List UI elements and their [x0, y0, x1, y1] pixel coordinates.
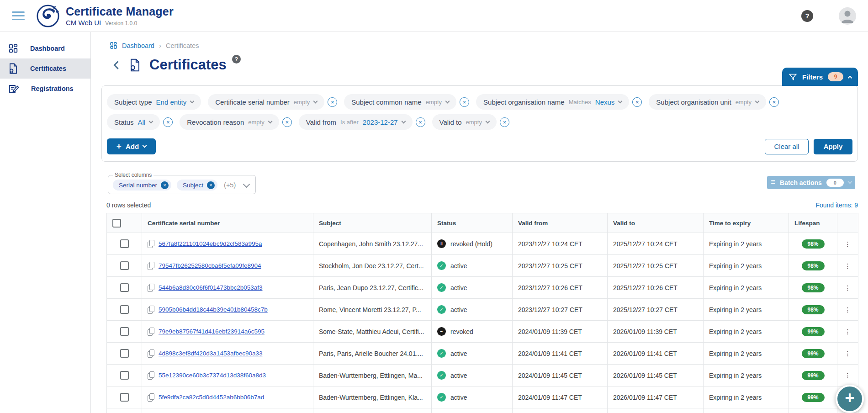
- row-select-cell: [107, 233, 142, 255]
- row-checkbox[interactable]: [120, 393, 129, 402]
- filter-chip[interactable]: Certificate serial number empty: [208, 94, 324, 110]
- certificates-table: Certificate serial number Subject Status…: [106, 213, 858, 413]
- subject-cell: Baden-Wurttemberg, Ettlingen, Kla...: [313, 387, 432, 408]
- copy-icon[interactable]: [148, 240, 154, 248]
- kebab-menu-icon[interactable]: ⋮: [845, 372, 851, 379]
- certificate-serial-link[interactable]: 4d898c3ef8df420d3a1453afbec90a33: [159, 350, 262, 357]
- chevron-down-icon[interactable]: [618, 99, 623, 103]
- row-checkbox[interactable]: [120, 371, 129, 380]
- column-header-status: Status: [432, 213, 513, 233]
- filter-chip[interactable]: Revocation reason empty: [180, 114, 279, 130]
- filter-clear-icon[interactable]: ×: [460, 97, 469, 107]
- chevron-down-icon[interactable]: [190, 99, 195, 103]
- sidebar-item-dashboard[interactable]: Dashboard: [0, 38, 90, 58]
- row-actions-cell: ⋮: [837, 233, 858, 255]
- row-checkbox[interactable]: [120, 283, 129, 292]
- valid-to-cell: 2025/12/27 10:25 CET: [608, 255, 704, 277]
- row-checkbox[interactable]: [120, 239, 129, 248]
- copy-icon[interactable]: [148, 349, 154, 357]
- sidebar-item-registrations[interactable]: Registrations: [0, 79, 90, 99]
- apply-button[interactable]: Apply: [814, 139, 852, 154]
- certificate-serial-link[interactable]: 5fe9dfa2ca82c5d0d4452ab6bb06b7ad: [159, 394, 264, 401]
- row-checkbox[interactable]: [120, 327, 129, 336]
- status-text: active: [450, 284, 467, 291]
- breadcrumb-current: Certificates: [166, 42, 199, 49]
- time-to-expiry-cell: Expiring in 2 years: [704, 299, 789, 321]
- filters-toggle-label: Filters: [802, 73, 823, 81]
- status-cell: ✓ active: [432, 387, 513, 408]
- breadcrumb-dashboard-link[interactable]: Dashboard: [122, 42, 154, 49]
- kebab-menu-icon[interactable]: ⋮: [845, 240, 851, 248]
- filter-chip[interactable]: Valid from Is after 2023-12-27: [299, 114, 413, 130]
- copy-icon[interactable]: [148, 284, 154, 291]
- filter-chip[interactable]: Status All: [107, 114, 160, 130]
- row-select-cell: [107, 387, 142, 408]
- add-button[interactable]: + Add: [107, 138, 156, 154]
- filter-clear-icon[interactable]: ×: [500, 117, 509, 127]
- kebab-menu-icon[interactable]: ⋮: [845, 328, 851, 335]
- subject-cell: Baden-Wurttemberg, Ettlingen, Ma...: [313, 365, 432, 387]
- chevron-down-icon[interactable]: [268, 119, 272, 123]
- help-icon[interactable]: ?: [801, 10, 813, 22]
- time-to-expiry-cell: Expiring in 2 years: [704, 321, 789, 343]
- filter-chip[interactable]: Valid to empty: [432, 114, 497, 130]
- copy-icon[interactable]: [148, 393, 154, 401]
- copy-icon[interactable]: [148, 371, 154, 379]
- status-icon: ‖: [437, 239, 446, 248]
- clear-all-button[interactable]: Clear all: [765, 139, 809, 154]
- column-chip[interactable]: Subject ×: [177, 180, 217, 191]
- copy-icon[interactable]: [148, 328, 154, 335]
- hamburger-menu-icon[interactable]: [12, 9, 25, 22]
- sidebar-item-certificates[interactable]: Certificates: [0, 58, 90, 79]
- chevron-down-icon[interactable]: [485, 119, 490, 123]
- filters-toggle-button[interactable]: Filters 9: [782, 68, 858, 86]
- certificate-serial-link[interactable]: 567fa8f221101024ebc9d2cf583a995a: [159, 240, 262, 247]
- kebab-menu-icon[interactable]: ⋮: [845, 262, 851, 270]
- certificate-serial-link[interactable]: 544b6a8d30c06f6f01473bbc2b053af3: [159, 284, 262, 291]
- filter-clear-icon[interactable]: ×: [769, 97, 779, 107]
- remove-column-icon[interactable]: ×: [161, 181, 169, 189]
- certificate-serial-link[interactable]: 79547fb26252580cba6f5efa09fe8904: [159, 262, 261, 269]
- filter-clear-icon[interactable]: ×: [163, 117, 173, 127]
- row-checkbox[interactable]: [120, 349, 129, 358]
- remove-column-icon[interactable]: ×: [207, 181, 215, 189]
- chevron-down-icon[interactable]: [401, 119, 406, 123]
- filter-chip[interactable]: Subject organisation unit empty: [649, 94, 766, 110]
- filter-clear-icon[interactable]: ×: [632, 97, 642, 107]
- add-certificate-fab[interactable]: +: [836, 385, 864, 413]
- filter-chip[interactable]: Subject organisation name Matches Nexus: [476, 94, 629, 110]
- certificate-icon: [129, 58, 141, 72]
- filter-chip[interactable]: Subject type End entity: [107, 94, 201, 110]
- chevron-down-icon[interactable]: [445, 99, 450, 103]
- batch-actions-button[interactable]: ≡ Batch actions 0: [767, 176, 855, 189]
- copy-icon[interactable]: [148, 262, 154, 270]
- row-checkbox[interactable]: [120, 305, 129, 314]
- filter-label: Certificate serial number: [215, 98, 290, 106]
- chevron-down-icon[interactable]: [243, 180, 250, 188]
- kebab-menu-icon[interactable]: ⋮: [845, 306, 851, 313]
- found-items-link[interactable]: Found items: 9: [815, 201, 858, 209]
- chevron-down-icon[interactable]: [755, 99, 760, 103]
- certificate-serial-link[interactable]: 79e9eb87567f41d416ebf23914a6c595: [159, 328, 265, 335]
- row-checkbox[interactable]: [120, 261, 129, 270]
- chevron-down-icon[interactable]: [149, 119, 153, 123]
- status-cell: ✓ active: [432, 277, 513, 299]
- select-all-checkbox[interactable]: [112, 219, 121, 228]
- chevron-down-icon[interactable]: [313, 99, 318, 103]
- column-chip[interactable]: Serial number ×: [113, 180, 171, 191]
- filter-chip[interactable]: Subject common name empty: [344, 94, 456, 110]
- back-icon[interactable]: [113, 61, 122, 69]
- kebab-menu-icon[interactable]: ⋮: [845, 284, 851, 291]
- user-avatar[interactable]: [839, 7, 856, 25]
- copy-icon[interactable]: [148, 306, 154, 313]
- kebab-menu-icon[interactable]: ⋮: [845, 350, 851, 357]
- status-cell: ✓ active: [432, 365, 513, 387]
- filter-clear-icon[interactable]: ×: [282, 117, 292, 127]
- filter-value: Nexus: [595, 98, 615, 106]
- certificate-serial-link[interactable]: 55e12390ce60b3c7374d13d38f60a8d3: [159, 372, 266, 379]
- page-help-icon[interactable]: ?: [232, 55, 241, 64]
- certificate-serial-link[interactable]: 5905b06b4dd18c44b39e401b80458c7b: [159, 306, 268, 313]
- filter-clear-icon[interactable]: ×: [328, 97, 337, 107]
- column-selector[interactable]: Select columns Serial number × Subject ×: [108, 172, 256, 194]
- filter-clear-icon[interactable]: ×: [416, 117, 425, 127]
